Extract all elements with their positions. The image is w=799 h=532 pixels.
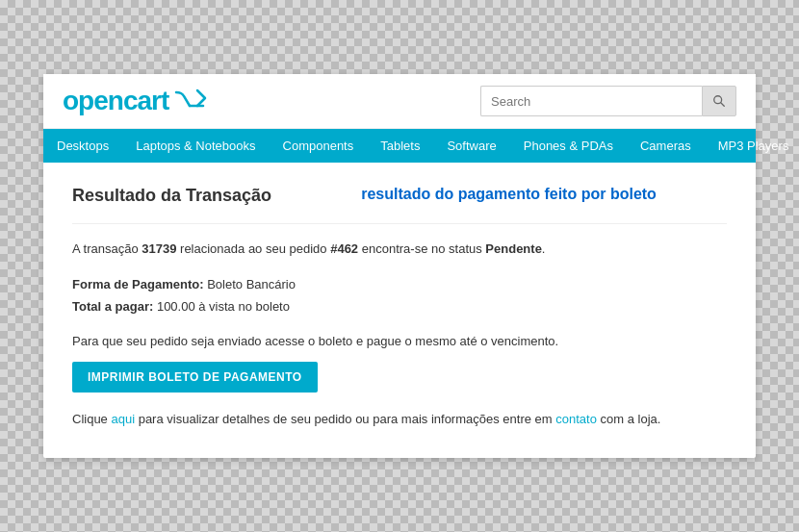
payment-form-line: Forma de Pagamento: Boleto Bancário: [72, 273, 727, 295]
nav-item-cameras[interactable]: Cameras: [627, 129, 705, 163]
logo-area: opencart: [63, 86, 209, 116]
search-button[interactable]: [702, 86, 736, 116]
transaction-prefix: A transação: [72, 241, 142, 256]
svg-line-2: [721, 103, 725, 107]
bottom-prefix: Clique: [72, 412, 111, 426]
bottom-link-contact[interactable]: contato: [555, 412, 597, 426]
nav-bar: Desktops Laptops & Notebooks Components …: [43, 129, 756, 163]
bottom-mid: para visualizar detalhes de seu pedido o…: [135, 412, 555, 426]
total-line: Total a pagar: 100.00 à vista no boleto: [72, 295, 727, 317]
nav-item-mp3[interactable]: MP3 Players: [705, 129, 799, 163]
nav-item-laptops[interactable]: Laptops & Notebooks: [122, 129, 269, 163]
transaction-status: Pendente: [485, 241, 542, 256]
nav-item-software[interactable]: Software: [433, 129, 509, 163]
nav-item-desktops[interactable]: Desktops: [43, 129, 122, 163]
payment-form-label: Forma de Pagamento:: [72, 277, 204, 291]
main-content: Resultado da Transação resultado do paga…: [43, 163, 756, 458]
header: opencart: [43, 74, 756, 129]
total-label: Total a pagar:: [72, 299, 153, 314]
transaction-suffix: encontra-se no status: [358, 241, 485, 256]
search-area: [480, 86, 736, 116]
page-wrapper: opencart Desktops Laptops & Note: [43, 74, 756, 458]
result-heading: resultado do pagamento feito por boleto: [291, 186, 727, 203]
divider: [72, 223, 727, 224]
bottom-suffix: com a loja.: [597, 412, 660, 426]
cart-icon: [174, 89, 209, 114]
bottom-text: Clique aqui para visualizar detalhes de …: [72, 410, 727, 429]
print-boleto-button[interactable]: IMPRIMIR BOLETO DE PAGAMENTO: [72, 362, 318, 393]
payment-details: Forma de Pagamento: Boleto Bancário Tota…: [72, 273, 727, 318]
payment-form-value-text: Boleto Bancário: [207, 277, 296, 291]
order-id: #462: [330, 241, 358, 256]
transaction-id: 31739: [142, 241, 176, 256]
print-instruction: Para que seu pedido seja enviado acesse …: [72, 332, 727, 351]
search-input[interactable]: [480, 86, 702, 116]
logo-text: opencart: [63, 86, 168, 116]
nav-item-tablets[interactable]: Tablets: [367, 129, 433, 163]
transaction-mid: relacionada ao seu pedido: [176, 241, 330, 256]
bottom-link-here[interactable]: aqui: [111, 412, 135, 426]
nav-item-components[interactable]: Components: [270, 129, 368, 163]
content-header: Resultado da Transação resultado do paga…: [72, 186, 727, 206]
page-title: Resultado da Transação: [72, 186, 271, 206]
search-icon: [712, 94, 726, 108]
total-value-text: 100.00 à vista no boleto: [157, 299, 290, 314]
nav-item-phones[interactable]: Phones & PDAs: [510, 129, 627, 163]
transaction-info: A transação 31739 relacionada ao seu ped…: [72, 240, 727, 260]
